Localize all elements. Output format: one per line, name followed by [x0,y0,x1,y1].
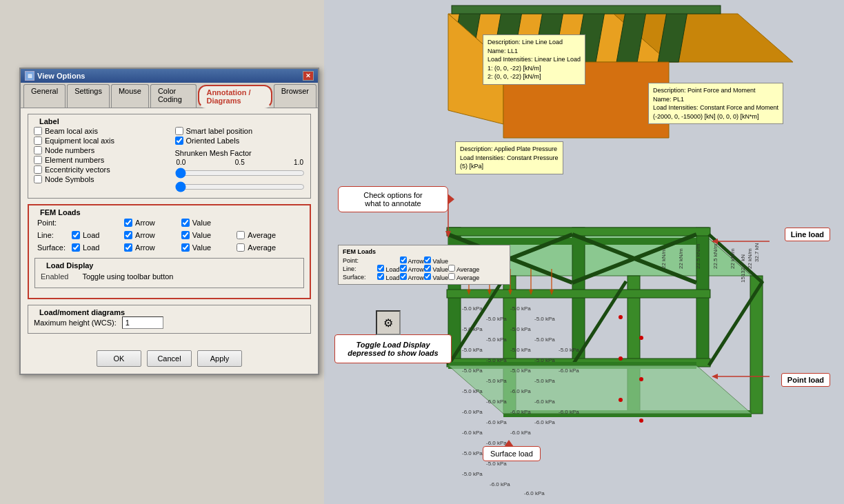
surface-arrow-checkbox[interactable] [124,243,132,252]
surface-average-checkbox[interactable] [237,243,245,252]
dialog-icon: ⊞ [25,71,34,81]
svg-text:-5.0 kPa: -5.0 kPa [462,347,483,353]
mini-line-load-cb[interactable] [377,265,384,272]
node-numbers-row: Node numbers [34,146,164,154]
mesh-factor-section: Shrunken Mesh Factor 0.0 0.5 1.0 [175,149,305,194]
surface-load-checkbox[interactable] [72,243,80,252]
svg-text:-5.0 kPa: -5.0 kPa [534,316,555,322]
node-numbers-checkbox[interactable] [34,146,42,154]
label-columns: Beam local axis Equipment local axis Nod… [34,125,305,194]
titlebar-left: ⊞ View Options [25,71,85,81]
surface-load-arrow [504,440,514,447]
line-row: Line: Load Arrow [34,229,304,241]
mini-line-arrow-cb[interactable] [400,265,407,272]
mini-surface-label: Surface: [343,273,377,281]
svg-point-93 [619,398,623,402]
svg-point-91 [619,356,623,361]
mini-surface-load-cb[interactable] [377,273,384,280]
max-height-input[interactable] [122,316,163,329]
tab-settings[interactable]: Settings [67,84,110,108]
mesh-min-label: 0.0 [177,159,186,166]
smart-label-text: Smart label position [186,127,253,135]
line-arrow-checkbox[interactable] [124,231,132,239]
mini-surface-avg-cb[interactable] [448,273,455,280]
line-average-row: Average [237,231,301,239]
svg-rect-9 [452,6,721,14]
apply-button[interactable]: Apply [197,350,242,367]
tab-color-coding[interactable]: Color Coding [150,84,197,108]
callout-toggle-load: Toggle Load Displaydepressed to show loa… [334,334,452,363]
mini-surface-value-cb[interactable] [424,273,431,280]
node-symbols-checkbox[interactable] [34,175,42,183]
oriented-labels-row: Oriented Labels [175,137,305,145]
svg-text:-6.0 kPa: -6.0 kPa [510,409,531,415]
point-arrow-label: Arrow [135,219,155,227]
surface-label: Surface: [34,241,69,254]
line-value-label: Value [192,231,211,239]
surface-average-label: Average [248,243,276,252]
svg-text:-5.0 kPa: -5.0 kPa [534,378,555,384]
dialog-title: View Options [37,72,85,80]
line-average-checkbox[interactable] [237,231,245,239]
tab-mouse[interactable]: Mouse [111,84,149,108]
smart-label-checkbox[interactable] [175,127,183,135]
callout-surface-load: Surface load [483,446,541,461]
mesh-factor-slider[interactable] [175,168,305,179]
oriented-labels-checkbox[interactable] [175,137,183,145]
label-right-col: Smart label position Oriented Labels Shr… [175,125,305,194]
ok-button[interactable]: OK [97,350,141,367]
load-display-section: Load Display Enabled Toggle using toolba… [34,258,304,288]
svg-text:-5.0 kPa: -5.0 kPa [462,305,483,312]
mini-point-arrow-cb[interactable] [400,256,407,263]
mini-line-label: Line: [343,265,377,273]
mini-dialog-table: Point: Arrow Value Line: Load Arrow Valu… [343,256,479,281]
smart-label-row: Smart label position [175,127,305,135]
eccentricity-vectors-checkbox[interactable] [34,165,42,174]
point-value-checkbox[interactable] [181,219,190,227]
tab-annotation-diagrams[interactable]: Annotation / Diagrams [198,85,272,108]
svg-point-90 [639,336,643,340]
close-button[interactable]: ✕ [303,71,314,81]
toggle-load-icon[interactable]: ⚙ [376,310,401,335]
mini-line-avg-cb[interactable] [448,265,455,272]
tooltip-point-force-text: Description: Point Force and Moment Name… [653,86,778,121]
cancel-button[interactable]: Cancel [147,350,192,367]
callout-annotate-text: Check options forwhat to annotate [363,191,423,208]
point-arrow-checkbox[interactable] [124,219,132,227]
line-value-row: Value [181,231,232,239]
line-arrow-row: Arrow [124,231,176,239]
equipment-local-axis-checkbox[interactable] [34,137,42,145]
callout-annotate-arrow [448,194,454,205]
load-display-toggle-label: Toggle using toolbar button [82,272,173,281]
tab-general[interactable]: General [23,84,66,108]
point-load-label-text: Point load [787,376,824,384]
line-load-label: Load [83,231,99,239]
svg-text:-6.0 kPa: -6.0 kPa [524,490,545,496]
line-average-label: Average [248,231,276,239]
mini-surface-arrow-cb[interactable] [400,273,407,280]
load-display-row: Enabled Toggle using toolbar button [41,270,298,283]
beam-local-axis-checkbox[interactable] [34,127,42,135]
mini-point-value-cb[interactable] [424,256,431,263]
element-numbers-checkbox[interactable] [34,156,42,164]
svg-text:-6.0 kPa: -6.0 kPa [510,388,531,394]
surface-value-checkbox[interactable] [181,243,190,252]
surface-average-row: Average [237,243,301,252]
line-load-checkbox[interactable] [72,231,80,239]
mesh-factor-slider2[interactable] [175,181,305,192]
oriented-labels-text: Oriented Labels [186,137,240,145]
surface-load-label: Surface load [490,450,533,458]
tab-browser[interactable]: Browser [274,84,316,108]
svg-text:-6.0 kPa: -6.0 kPa [510,430,531,436]
fem-loads-section: FEM Loads Point: Arrow Value [28,204,311,299]
mini-line-value-cb[interactable] [424,265,431,272]
point-load-side-label: Point load [781,373,830,387]
node-numbers-label: Node numbers [45,146,94,154]
svg-text:-6.0 kPa: -6.0 kPa [486,419,507,425]
surface-row: Surface: Load Arrow [34,241,304,254]
svg-text:-5.0 kPa: -5.0 kPa [486,378,507,384]
mini-surface-row: Surface: Load Arrow Value Average [343,273,479,281]
line-value-checkbox[interactable] [181,231,190,239]
svg-text:22 kN/m: 22 kN/m [747,248,753,269]
element-numbers-label: Element numbers [45,156,104,164]
